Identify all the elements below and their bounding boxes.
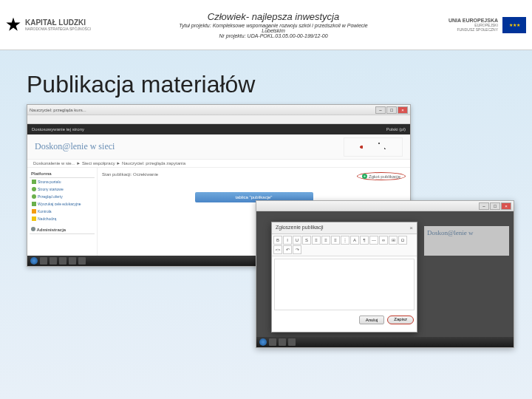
modal-close-icon[interactable]: ×	[409, 225, 413, 231]
sidebar-item-upcoming[interactable]: Nadchodzą	[30, 215, 95, 222]
admin-title: Administracja	[30, 225, 95, 234]
editor-hr-button[interactable]: —	[369, 236, 378, 245]
editor-symbol-button[interactable]: Ω	[398, 236, 407, 245]
sidebar-item-search[interactable]: Wyszukaj cele edukacyjne	[30, 200, 95, 208]
publication-modal: Zgłoszenie publikacji × B I U S ≡ ≡ ≡ ⋮ …	[271, 222, 417, 332]
sidebar-item-control[interactable]: Kontrola	[30, 208, 95, 215]
star-nav-icon	[32, 202, 36, 206]
windows-taskbar	[256, 337, 514, 347]
submit-button[interactable]: Zapisz	[387, 316, 414, 324]
editor-bold-button[interactable]: B	[273, 236, 282, 245]
logo-eu: UNIA EUROPEJSKA EUROPEJSKI FUNDUSZ SPOŁE…	[430, 17, 526, 33]
task-icon[interactable]	[40, 257, 47, 265]
eu-flag-icon: ★ ★ ★	[502, 17, 526, 33]
modal-footer: Anuluj Zapisz	[272, 313, 417, 327]
window-titlebar: – □ ×	[256, 201, 514, 211]
minimize-button[interactable]: –	[375, 106, 386, 114]
moodle-banner: Doskon@lenie w sieci	[27, 134, 410, 160]
cancel-button[interactable]: Anuluj	[359, 316, 385, 324]
editor-align-button[interactable]: ≡	[321, 236, 330, 245]
close-button[interactable]: ×	[398, 106, 408, 114]
editor-align-button[interactable]: ≡	[331, 236, 340, 245]
gear-icon	[31, 227, 35, 231]
logo-main-text: KAPITAŁ LUDZKI	[25, 18, 91, 27]
logo-kapital-ludzki: KAPITAŁ LUDZKI NARODOWA STRATEGIA SPÓJNO…	[6, 18, 117, 33]
modal-header: Zgłoszenie publikacji ×	[272, 222, 417, 234]
sidebar-title: Platforma	[30, 170, 95, 178]
window-title: Nauczyciel: przegląda kurs...	[30, 108, 86, 112]
logo-sub-text: NARODOWA STRATEGIA SPÓJNOŚCI	[25, 27, 91, 31]
minimize-button[interactable]: –	[479, 202, 489, 210]
moodle-nav-right[interactable]: Polski (pl)	[386, 127, 406, 132]
task-icon[interactable]	[279, 338, 286, 346]
modal-title: Zgłoszenie publikacji	[276, 225, 324, 231]
task-icon[interactable]	[269, 338, 276, 346]
eu-main-text: UNIA EUROPEJSKA	[449, 18, 498, 23]
moodle-top-nav: Dostosowywanie tej strony Polski (pl)	[27, 124, 410, 134]
sidebar-item-home[interactable]: Strona portalu	[30, 178, 95, 185]
editor-toolbar: B I U S ≡ ≡ ≡ ⋮ A ¶ — ∞ ⊞ Ω <> ↶ ↷	[272, 234, 417, 256]
task-icon[interactable]	[288, 338, 296, 346]
home-icon	[32, 180, 36, 184]
editor-align-button[interactable]: ≡	[312, 236, 321, 245]
add-publication-link[interactable]: Zgłoś publikację	[369, 174, 400, 179]
arrow-icon	[32, 187, 36, 191]
editor-textarea[interactable]	[274, 259, 415, 310]
slide-header: KAPITAŁ LUDZKI NARODOWA STRATEGIA SPÓJNO…	[0, 0, 532, 50]
header-motto: Człowiek- najlepsza inwestycja	[117, 11, 430, 22]
eu-sub2-text: FUNDUSZ SPOŁECZNY	[449, 27, 498, 32]
project-number: Nr projektu: UDA-POKL.03.05.00-00-199/12…	[117, 33, 430, 38]
browser-toolbar	[27, 115, 410, 124]
moodle-site-title: Doskon@lenie w sieci	[35, 141, 115, 152]
sidebar-item-start[interactable]: Strony startowe	[30, 185, 95, 193]
sidebar-item-offer[interactable]: Przegląd oferty	[30, 193, 95, 200]
arrow-icon	[32, 194, 36, 199]
screenshots-container: Nauczyciel: przegląda kurs... – □ × Dost…	[27, 104, 525, 355]
maximize-button[interactable]: □	[490, 202, 500, 210]
project-title: Tytuł projektu: Kompleksowe wspomaganie …	[117, 23, 430, 28]
editor-redo-button[interactable]: ↷	[293, 245, 301, 254]
task-icon[interactable]	[50, 257, 57, 265]
banner-graphic	[344, 137, 403, 157]
moodle-nav-left[interactable]: Dostosowywanie tej strony	[32, 127, 84, 132]
editor-strike-button[interactable]: S	[302, 236, 311, 245]
slide-heading: Publikacja materiałów	[27, 71, 532, 98]
plus-icon: +	[362, 174, 367, 179]
panel-label: Stan publikacji	[102, 172, 131, 177]
task-icon[interactable]	[69, 257, 76, 265]
start-button[interactable]	[30, 257, 38, 265]
editor-underline-button[interactable]: U	[293, 236, 301, 245]
project-subtitle: Lubelskim	[117, 28, 430, 33]
bg-banner-text: Doskon@lenie w	[424, 226, 509, 239]
editor-italic-button[interactable]: I	[283, 236, 292, 245]
sidebar: Platforma Strona portalu Strony startowe…	[27, 168, 98, 256]
window-titlebar: Nauczyciel: przegląda kurs... – □ ×	[27, 105, 410, 115]
start-button[interactable]	[259, 338, 267, 346]
editor-html-button[interactable]: <>	[273, 245, 282, 254]
editor-list-button[interactable]: ⋮	[341, 236, 349, 245]
breadcrumb[interactable]: Doskonalenie w sie... ► Sieci współpracy…	[27, 160, 410, 168]
editor-paragraph-button[interactable]: ¶	[360, 236, 369, 245]
editor-color-button[interactable]: A	[350, 236, 359, 245]
close-button[interactable]: ×	[501, 202, 511, 210]
bg-banner: Doskon@lenie w	[424, 226, 509, 256]
add-publication-highlight: + Zgłoś publikację	[357, 172, 406, 180]
task-icon[interactable]	[59, 257, 66, 265]
star-icon	[6, 18, 21, 33]
editor-table-button[interactable]: ⊞	[389, 236, 398, 245]
envelope-icon	[32, 216, 36, 221]
editor-link-button[interactable]: ∞	[379, 236, 388, 245]
calendar-icon	[32, 209, 36, 214]
panel-status: Oczekiwanie	[133, 172, 158, 177]
maximize-button[interactable]: □	[386, 106, 397, 114]
editor-undo-button[interactable]: ↶	[283, 245, 292, 254]
task-icon[interactable]	[78, 257, 86, 265]
screenshot-publication-modal: – □ × Doskon@lenie w Zgłoszenie publikac…	[256, 200, 514, 348]
